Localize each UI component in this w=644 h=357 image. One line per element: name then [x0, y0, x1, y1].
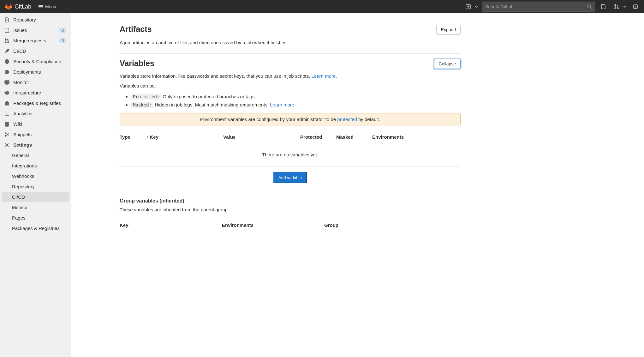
variables-intro: Variables store information, like passwo…: [120, 73, 461, 231]
sidebar-item-packages[interactable]: Packages & Registries: [0, 98, 71, 108]
group-col-environments: Environments: [222, 222, 323, 228]
brand-logo[interactable]: GitLab: [5, 3, 31, 10]
sidebar-item-merge-requests[interactable]: Merge requests 0: [0, 35, 71, 46]
settings-sub-cicd[interactable]: CI/CD: [2, 192, 69, 202]
col-type[interactable]: Type: [120, 134, 145, 140]
svg-point-1: [587, 5, 591, 8]
search-input[interactable]: [485, 4, 587, 9]
settings-sub-monitor[interactable]: Monitor: [0, 202, 71, 213]
menu-button[interactable]: Menu: [35, 2, 59, 11]
sidebar-item-infrastructure[interactable]: Infrastructure: [0, 88, 71, 98]
svg-point-14: [5, 135, 6, 136]
merge-request-dropdown[interactable]: [611, 2, 628, 12]
artifacts-section: Artifacts Expand A job artifact is an ar…: [120, 20, 461, 54]
scissors-icon: [4, 132, 9, 137]
sidebar-item-repository[interactable]: Repository: [0, 15, 71, 25]
sidebar-item-security[interactable]: Security & Compliance: [0, 56, 71, 67]
variables-header: Variables Collapse: [120, 59, 461, 69]
sidebar-item-label: Packages & Registries: [13, 100, 61, 106]
svg-rect-12: [5, 122, 9, 126]
expand-button[interactable]: Expand: [436, 25, 461, 35]
svg-rect-10: [5, 81, 9, 84]
deploy-icon: [4, 70, 9, 75]
masked-code: Masked:: [131, 102, 153, 108]
col-masked[interactable]: Masked: [336, 134, 371, 140]
settings-sub-integrations[interactable]: Integrations: [0, 160, 71, 171]
svg-point-15: [6, 144, 8, 146]
sidebar-item-settings[interactable]: Settings: [0, 140, 71, 150]
variables-title: Variables: [120, 59, 154, 68]
settings-sub-packages[interactable]: Packages & Registries: [0, 223, 71, 233]
variables-empty-state: There are no variables yet.: [120, 143, 461, 166]
add-variable-button[interactable]: Add variable: [273, 172, 307, 183]
variables-types-list: Protected: Only exposed to protected bra…: [131, 93, 461, 109]
collapse-button[interactable]: Collapse: [434, 59, 461, 69]
sidebar-item-label: Repository: [13, 17, 36, 22]
main-content: Artifacts Expand A job artifact is an ar…: [71, 13, 644, 357]
sort-ascending-icon: ↑: [146, 134, 149, 140]
settings-sub-repository[interactable]: Repository: [0, 181, 71, 192]
chevron-down-icon: [474, 2, 479, 12]
svg-point-4: [617, 8, 618, 9]
main-layout: Repository Issues 0 Merge requests 0 CI/…: [0, 13, 644, 357]
svg-rect-11: [5, 102, 9, 105]
col-protected[interactable]: Protected: [300, 134, 335, 140]
plus-icon: [463, 2, 474, 12]
todos-shortcut[interactable]: [630, 2, 641, 12]
create-dropdown[interactable]: [463, 2, 479, 12]
sidebar-item-snippets[interactable]: Snippets: [0, 129, 71, 140]
issues-icon: [601, 4, 606, 9]
chart-icon: [4, 111, 9, 116]
gitlab-logo-icon: [5, 3, 12, 10]
svg-point-13: [5, 133, 6, 134]
rocket-icon: [4, 49, 9, 54]
sidebar-item-label: Settings: [13, 142, 32, 148]
count-badge: 0: [59, 28, 66, 33]
group-variables-table-header: Key Environments Group: [120, 219, 461, 231]
sidebar-item-label: Issues: [13, 27, 27, 33]
variables-section: Variables Collapse Variables store infor…: [120, 54, 461, 238]
variables-table-header: Type ↑Key Value Protected Masked Environ…: [120, 131, 461, 143]
learn-more-link[interactable]: Learn more.: [312, 73, 337, 79]
hamburger-icon: [38, 4, 43, 9]
variables-can-be: Variables can be:: [120, 83, 461, 88]
shield-icon: [4, 59, 9, 64]
cloud-icon: [4, 90, 9, 95]
issues-shortcut[interactable]: [598, 2, 609, 12]
brand-text: GitLab: [15, 3, 31, 10]
sidebar-item-issues[interactable]: Issues 0: [0, 25, 71, 35]
protected-code: Protected:: [131, 94, 161, 100]
settings-sub-webhooks[interactable]: Webhooks: [0, 171, 71, 181]
svg-point-7: [5, 42, 6, 43]
sidebar-item-label: Wiki: [13, 121, 22, 127]
sidebar-item-cicd[interactable]: CI/CD: [0, 46, 71, 56]
chevron-down-icon: [622, 2, 628, 12]
svg-point-6: [5, 39, 6, 40]
group-col-group: Group: [324, 222, 387, 228]
sidebar-item-label: Analytics: [13, 111, 32, 116]
search-icon: [587, 4, 592, 9]
sidebar-item-analytics[interactable]: Analytics: [0, 108, 71, 119]
todo-icon: [633, 4, 638, 9]
package-icon: [4, 101, 9, 106]
learn-more-link[interactable]: Learn more.: [270, 102, 295, 107]
sidebar-item-deployments[interactable]: Deployments: [0, 67, 71, 77]
search-box[interactable]: [482, 2, 595, 12]
settings-sub-pages[interactable]: Pages: [0, 213, 71, 223]
sidebar-item-wiki[interactable]: Wiki: [0, 119, 71, 129]
settings-sub-general[interactable]: General: [0, 150, 71, 160]
col-key[interactable]: ↑Key: [146, 134, 222, 140]
col-value[interactable]: Value: [223, 134, 299, 140]
col-environments[interactable]: Environments: [372, 134, 429, 140]
variables-desc: Variables store information, like passwo…: [120, 73, 461, 79]
sidebar-item-label: Security & Compliance: [13, 59, 61, 64]
top-navbar: GitLab Menu: [0, 0, 644, 13]
group-col-key: Key: [120, 222, 221, 228]
artifacts-header: Artifacts Expand: [120, 25, 461, 35]
artifacts-title: Artifacts: [120, 25, 152, 34]
count-badge: 0: [59, 38, 66, 43]
topbar-right: [463, 2, 641, 12]
sidebar-item-label: Infrastructure: [13, 90, 41, 95]
sidebar-item-monitor[interactable]: Monitor: [0, 77, 71, 88]
protected-link[interactable]: protected: [337, 117, 357, 122]
